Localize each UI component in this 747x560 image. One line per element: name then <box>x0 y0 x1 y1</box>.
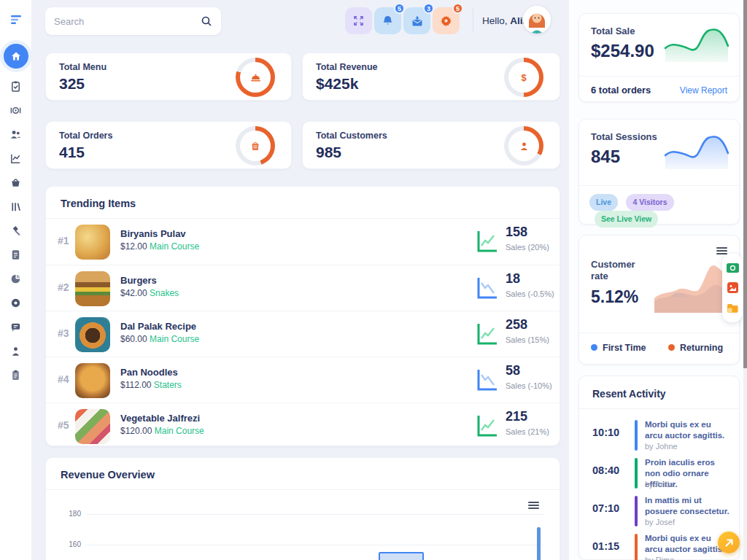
live-badge[interactable]: Live <box>589 194 618 211</box>
scrollbar-track[interactable] <box>743 0 747 560</box>
trend-up-chart-icon <box>476 414 498 438</box>
item-price: $112.00 Staters <box>120 380 182 390</box>
y-axis-tick: 180 <box>62 510 81 518</box>
activity-item[interactable]: 07:10 In mattis mi ut posuere consectetu… <box>579 492 739 530</box>
item-price: $120.00 Main Course <box>120 426 204 436</box>
document-icon <box>9 249 22 261</box>
biryani-photo <box>75 225 110 260</box>
trend-down-chart-icon <box>476 276 498 300</box>
activity-item[interactable]: 10:10 Morbi quis ex eu arcu auctor sagit… <box>579 416 739 454</box>
notifications-button[interactable]: 5 <box>374 7 401 34</box>
chart-menu-icon[interactable] <box>528 502 539 509</box>
sales-note: Sales (-0.5%) <box>506 289 554 298</box>
trending-item-row[interactable]: #4 Pan Noodles $112.00 Staters 58 Sales … <box>46 357 560 402</box>
sidebar-item-tools[interactable] <box>9 224 23 237</box>
dal-palak-photo <box>75 317 110 352</box>
sales-count: 18 <box>506 271 520 287</box>
activity-item[interactable]: 01:15 Morbi quis ex eu arcu auctor sagit… <box>579 530 739 560</box>
stat-card-total-orders: Total Orders 415 <box>45 121 292 169</box>
sidebar-item-pie-chart[interactable] <box>9 272 23 285</box>
activity-color-bar <box>635 496 638 526</box>
rank-label: #2 <box>58 281 69 293</box>
activity-author: by Josef <box>645 518 675 526</box>
floating-side-toolbar <box>722 254 743 322</box>
mail-icon <box>411 15 424 27</box>
trend-up-chart-icon <box>476 230 498 253</box>
trending-item-row[interactable]: #5 Vegetable Jalfrezi $120.00 Main Cours… <box>46 402 560 448</box>
disc-icon <box>9 297 22 309</box>
sidebar-item-library[interactable] <box>9 200 23 213</box>
sales-note: Sales (15%) <box>506 335 549 344</box>
item-category: Snakes <box>150 288 179 298</box>
sidebar-item-messages[interactable] <box>9 320 23 333</box>
stat-card-total-customers: Total Customers 985 <box>302 121 560 169</box>
customer-rate-card: Customer rate 5.12% First Time Returning <box>578 235 740 365</box>
messages-button[interactable]: 3 <box>403 7 430 34</box>
trending-items-panel: Trending Items #1 Biryanis Pulav $12.00 … <box>45 186 560 446</box>
sidebar-item-analytics-chart[interactable] <box>9 152 23 165</box>
image-tool-icon[interactable] <box>727 281 739 294</box>
sidebar-item-documents[interactable] <box>9 248 23 261</box>
folder-tool-icon[interactable] <box>727 302 739 314</box>
chart-menu-icon[interactable] <box>716 247 727 254</box>
rank-label: #5 <box>58 419 69 431</box>
sidebar-item-shopping-basket[interactable] <box>9 176 23 189</box>
revenue-bar[interactable] <box>537 527 541 560</box>
total-orders-summary: 6 total orders <box>591 85 651 96</box>
user-greeting: Hello, Alia <box>482 15 528 26</box>
customer-rate-label: Customer rate <box>591 259 642 283</box>
total-sessions-sparkline <box>663 131 730 172</box>
scrollbar-thumb[interactable] <box>743 0 747 368</box>
sidebar-item-profile[interactable] <box>9 344 23 357</box>
bell-icon <box>382 15 394 27</box>
sidebar-item-tasks-clipboard[interactable] <box>9 368 23 381</box>
sidebar-item-dashboard-home[interactable] <box>4 44 28 69</box>
total-menu-radial-chart <box>236 58 275 97</box>
sales-note: Sales (-10%) <box>506 381 552 390</box>
view-report-link[interactable]: View Report <box>680 85 727 96</box>
sidebar-item-orders-clipboard[interactable] <box>9 79 23 93</box>
trending-item-row[interactable]: #3 Dal Palak Recipe $60.00 Main Course 2… <box>46 311 560 357</box>
sales-note: Sales (20%) <box>506 243 549 252</box>
sidebar-item-customers[interactable] <box>9 128 23 141</box>
item-category: Main Course <box>150 241 199 252</box>
search-input[interactable] <box>54 16 201 27</box>
item-name: Pan Noodles <box>120 367 178 378</box>
pie-chart-icon <box>9 273 22 285</box>
search-icon[interactable] <box>201 15 212 27</box>
cash-tool-icon[interactable] <box>727 262 739 274</box>
activity-author: by Johne <box>645 442 678 451</box>
trending-item-row[interactable]: #2 Burgers $42.00 Snakes 18 Sales (-0.5%… <box>46 265 560 311</box>
fullscreen-button[interactable] <box>345 7 372 34</box>
item-category: Staters <box>154 380 182 390</box>
activity-color-bar <box>635 534 638 560</box>
see-live-view-badge[interactable]: See Live View <box>595 211 658 228</box>
stat-card-total-menu: Total Menu 325 <box>45 52 292 101</box>
hamburger-menu-icon[interactable] <box>9 15 23 28</box>
recent-activity-card: Resent Activity 10:10 Morbi quis ex eu a… <box>578 376 740 560</box>
chart-tooltip <box>379 552 424 560</box>
settings-button[interactable]: 5 <box>433 7 460 34</box>
sales-count: 215 <box>506 409 527 424</box>
activity-item[interactable]: 08:40 Proin iaculis eros non odio ornare… <box>579 454 739 492</box>
item-category: Main Course <box>155 426 204 436</box>
customizer-fab-button[interactable] <box>718 532 740 553</box>
gavel-icon <box>9 225 22 237</box>
trending-item-row[interactable]: #1 Biryanis Pulav $12.00 Main Course 158… <box>46 219 560 265</box>
burger-photo <box>75 271 110 306</box>
visitors-badge[interactable]: 4 Visitors <box>626 194 673 211</box>
total-revenue-radial-chart: $ <box>504 58 543 97</box>
sidebar-item-records-disc[interactable] <box>9 296 23 309</box>
item-category: Main Course <box>150 334 199 344</box>
total-sale-sparkline <box>663 24 730 65</box>
avatar[interactable] <box>523 6 551 34</box>
activity-author: by Amla <box>645 480 673 489</box>
divider <box>579 332 739 333</box>
legend-first-time: First Time <box>591 343 646 353</box>
customer-rate-area-chart <box>654 256 729 313</box>
trend-up-chart-icon <box>476 322 498 346</box>
person-icon <box>9 345 22 357</box>
recent-activity-title: Resent Activity <box>579 376 739 408</box>
clipboard-check-icon <box>9 80 22 93</box>
sidebar-item-restaurant-menu[interactable] <box>9 104 23 117</box>
